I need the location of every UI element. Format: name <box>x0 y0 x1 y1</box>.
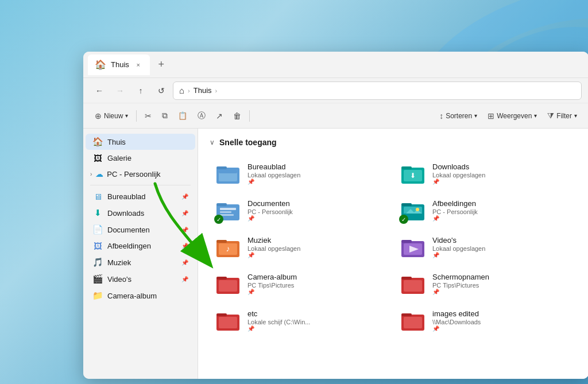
folder-pin-camera-album: 📌 <box>247 289 386 295</box>
explorer-window: 🏠 Thuis × + ← → ↑ ↺ ⌂ › Thuis › ⊕ Nieuw … <box>83 52 588 379</box>
sidebar-pc-label: PC - Persoonlijk <box>107 170 160 179</box>
folder-info-camera-album: Camera-album PC Tips\Pictures 📌 <box>247 273 386 295</box>
folder-icon-downloads: ⬇ <box>400 161 425 186</box>
new-button[interactable]: ⊕ Nieuw ▾ <box>90 107 133 125</box>
folder-documenten[interactable]: ✓ Documenten PC - Persoonlijk 📌 <box>210 193 392 227</box>
folder-path-etc: Lokale schijf (C:\Win... <box>247 319 386 325</box>
folder-pin-afbeeldingen: 📌 <box>432 215 571 222</box>
sidebar-item-downloads[interactable]: ⬇ Downloads 📌 <box>86 205 195 221</box>
folder-schermopnamen[interactable]: Schermopnamen PC Tips\Pictures 📌 <box>394 266 577 301</box>
forward-button[interactable]: → <box>111 82 129 100</box>
refresh-button[interactable]: ↺ <box>152 82 171 100</box>
pin-icon-documenten: 📌 <box>181 227 188 233</box>
folder-camera-album[interactable]: Camera-album PC Tips\Pictures 📌 <box>210 266 392 301</box>
afbeeldingen-icon: 🖼 <box>92 241 103 251</box>
camera-album-icon: 📁 <box>92 290 103 301</box>
svg-rect-5 <box>216 166 227 169</box>
folder-icon-camera-album <box>215 271 241 296</box>
toolbar-sep-1 <box>136 110 137 122</box>
address-bar[interactable]: ⌂ › Thuis › <box>173 82 582 100</box>
sidebar-thuis-label: Thuis <box>107 138 126 146</box>
svg-rect-28 <box>401 240 412 243</box>
folder-bureaublad[interactable]: Bureaublad Lokaal opgeslagen 📌 <box>210 156 392 191</box>
rename-button[interactable]: Ⓐ <box>193 107 210 125</box>
sidebar-item-afbeeldingen[interactable]: 🖼 Afbeeldingen 📌 <box>86 238 195 254</box>
sidebar-item-videos[interactable]: 🎬 Video's 📌 <box>86 271 195 287</box>
folder-pin-documenten: 📌 <box>247 215 386 222</box>
folder-icon-bureaublad <box>215 161 241 186</box>
up-button[interactable]: ↑ <box>131 82 150 100</box>
delete-button[interactable]: 🗑 <box>229 107 246 125</box>
folder-info-downloads: Downloads Lokaal opgeslagen 📌 <box>432 162 571 185</box>
folder-name-schermopnamen: Schermopnamen <box>432 273 571 281</box>
svg-rect-39 <box>219 317 237 328</box>
tab-close-button[interactable]: × <box>134 60 143 69</box>
folder-etc[interactable]: etc Lokale schijf (C:\Win... 📌 <box>210 303 392 338</box>
back-button[interactable]: ← <box>90 82 109 100</box>
folder-info-schermopnamen: Schermopnamen PC Tips\Pictures 📌 <box>432 273 571 295</box>
folder-videos[interactable]: Video's Lokaal opgeslagen 📌 <box>394 230 577 264</box>
cut-button[interactable]: ✂ <box>140 107 156 125</box>
sidebar-camera-label: Camera-album <box>107 292 157 300</box>
folder-info-bureaublad: Bureaublad Lokaal opgeslagen 📌 <box>247 162 386 185</box>
copy-icon: ⧉ <box>162 111 168 121</box>
sidebar-galerie-label: Galerie <box>107 154 131 162</box>
folder-info-images-edited: images edited \\Mac\Downloads 📌 <box>432 309 571 332</box>
delete-icon: 🗑 <box>233 111 241 121</box>
folder-path-schermopnamen: PC Tips\Pictures <box>432 282 571 289</box>
sort-button[interactable]: ↕ Sorteren ▾ <box>435 107 482 125</box>
pin-icon-downloads: 📌 <box>181 210 188 216</box>
folder-muziek[interactable]: ♪ Muziek Lokaal opgeslagen 📌 <box>210 230 392 264</box>
breadcrumb-sep-2: › <box>215 87 218 94</box>
svg-text:♪: ♪ <box>226 244 230 253</box>
folder-icon-afbeeldingen: ✓ <box>400 197 425 223</box>
folder-name-etc: etc <box>247 309 386 318</box>
folder-afbeeldingen[interactable]: ✓ Afbeeldingen PC - Persoonlijk 📌 <box>394 193 577 227</box>
folder-info-etc: etc Lokale schijf (C:\Win... 📌 <box>247 309 386 332</box>
gallery-sidebar-icon: 🖼 <box>92 153 103 163</box>
folder-info-afbeeldingen: Afbeeldingen PC - Persoonlijk 📌 <box>432 199 571 222</box>
folder-name-documenten: Documenten <box>247 199 386 208</box>
home-tab-icon: 🏠 <box>95 59 106 70</box>
sort-icon: ↕ <box>439 111 443 121</box>
view-icon: ⊞ <box>488 111 494 121</box>
folder-name-videos: Video's <box>432 236 571 245</box>
folder-path-documenten: PC - Persoonlijk <box>247 208 386 215</box>
home-sidebar-icon: 🏠 <box>92 137 103 147</box>
sidebar-item-bureaublad[interactable]: 🖥 Bureaublad 📌 <box>86 189 195 204</box>
pin-icon-afbeeldingen: 📌 <box>181 243 188 249</box>
folders-grid: Bureaublad Lokaal opgeslagen 📌 ⬇ <box>210 156 577 338</box>
new-tab-button[interactable]: + <box>152 56 171 74</box>
view-button[interactable]: ⊞ Weergeven ▾ <box>483 107 541 125</box>
svg-point-22 <box>416 208 419 211</box>
active-tab[interactable]: 🏠 Thuis × <box>88 55 150 75</box>
quick-access-header: ∨ Snelle toegang <box>210 138 577 147</box>
muziek-icon: 🎵 <box>92 257 103 267</box>
toolbar-sep-2 <box>249 110 250 122</box>
folder-name-downloads: Downloads <box>432 162 571 171</box>
copy-button[interactable]: ⧉ <box>157 107 172 125</box>
new-icon: ⊕ <box>95 111 102 121</box>
pin-icon-videos: 📌 <box>181 276 188 282</box>
sidebar-downloads-label: Downloads <box>107 209 144 218</box>
folder-path-videos: Lokaal opgeslagen <box>432 245 571 252</box>
svg-rect-24 <box>216 240 227 243</box>
folder-pin-schermopnamen: 📌 <box>432 289 571 295</box>
filter-button[interactable]: ⧩ Filter ▾ <box>543 107 582 125</box>
sidebar-item-camera-album[interactable]: 📁 Camera-album <box>86 288 195 304</box>
sync-badge-afbeeldingen: ✓ <box>399 215 408 224</box>
filter-icon: ⧩ <box>547 111 554 121</box>
paste-button[interactable]: 📋 <box>173 107 192 125</box>
folder-pin-bureaublad: 📌 <box>247 179 386 185</box>
sidebar-item-thuis[interactable]: 🏠 Thuis <box>86 134 195 150</box>
sidebar-muziek-label: Muziek <box>107 258 131 267</box>
folder-images-edited[interactable]: images edited \\Mac\Downloads 📌 <box>394 303 577 338</box>
pc-expand-icon: › <box>90 171 92 177</box>
share-button[interactable]: ↗ <box>211 107 227 125</box>
sidebar-item-documenten[interactable]: 📄 Documenten 📌 <box>86 222 195 238</box>
sidebar: 🏠 Thuis 🖼 Galerie › ☁ PC - Persoonlijk 🖥… <box>83 129 198 379</box>
sidebar-item-muziek[interactable]: 🎵 Muziek 📌 <box>86 254 195 270</box>
sidebar-item-pc[interactable]: › ☁ PC - Persoonlijk <box>83 166 198 181</box>
folder-downloads[interactable]: ⬇ Downloads Lokaal opgeslagen 📌 <box>394 156 577 191</box>
sidebar-item-galerie[interactable]: 🖼 Galerie <box>86 150 195 166</box>
